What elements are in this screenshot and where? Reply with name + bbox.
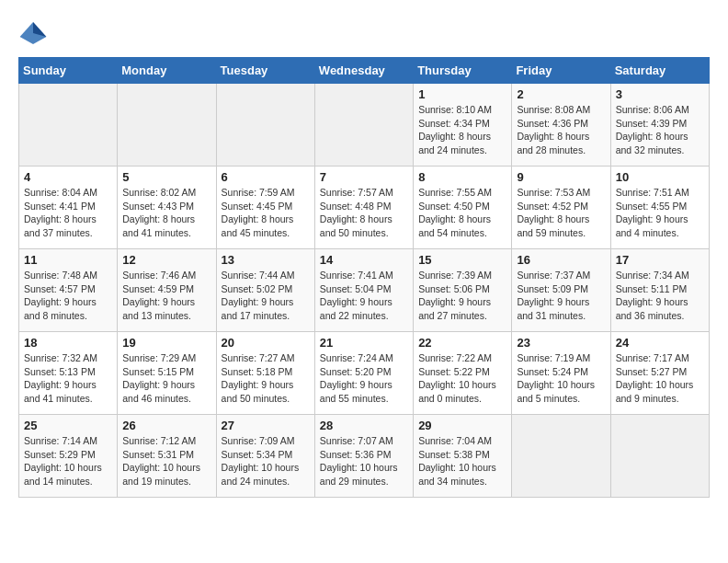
calendar-cell: 20Sunrise: 7:27 AMSunset: 5:18 PMDayligh… bbox=[216, 332, 314, 415]
calendar-header-row: SundayMondayTuesdayWednesdayThursdayFrid… bbox=[19, 58, 710, 84]
day-number: 17 bbox=[616, 253, 704, 267]
week-row-3: 11Sunrise: 7:48 AMSunset: 4:57 PMDayligh… bbox=[19, 249, 710, 332]
day-number: 2 bbox=[517, 87, 605, 101]
calendar-cell: 25Sunrise: 7:14 AMSunset: 5:29 PMDayligh… bbox=[19, 415, 118, 498]
day-info: Sunrise: 7:44 AMSunset: 5:02 PMDaylight:… bbox=[222, 269, 310, 323]
day-number: 8 bbox=[418, 170, 506, 184]
day-number: 23 bbox=[517, 336, 605, 350]
day-number: 14 bbox=[320, 253, 408, 267]
week-row-5: 25Sunrise: 7:14 AMSunset: 5:29 PMDayligh… bbox=[19, 415, 710, 498]
day-info: Sunrise: 7:59 AMSunset: 4:45 PMDaylight:… bbox=[222, 186, 310, 240]
day-number: 5 bbox=[122, 170, 210, 184]
calendar-cell bbox=[118, 84, 216, 167]
day-number: 7 bbox=[320, 170, 408, 184]
header-tuesday: Tuesday bbox=[216, 58, 314, 84]
day-number: 24 bbox=[616, 336, 704, 350]
day-number: 10 bbox=[616, 170, 704, 184]
day-number: 11 bbox=[24, 253, 112, 267]
day-info: Sunrise: 7:39 AMSunset: 5:06 PMDaylight:… bbox=[418, 269, 506, 323]
calendar-cell: 18Sunrise: 7:32 AMSunset: 5:13 PMDayligh… bbox=[19, 332, 118, 415]
day-info: Sunrise: 7:24 AMSunset: 5:20 PMDaylight:… bbox=[320, 351, 408, 406]
day-info: Sunrise: 7:46 AMSunset: 4:59 PMDaylight:… bbox=[122, 269, 210, 323]
day-info: Sunrise: 7:07 AMSunset: 5:36 PMDaylight:… bbox=[320, 434, 408, 488]
header-monday: Monday bbox=[118, 58, 216, 84]
logo-icon bbox=[18, 18, 48, 48]
day-number: 9 bbox=[517, 170, 605, 184]
calendar-cell: 10Sunrise: 7:51 AMSunset: 4:55 PMDayligh… bbox=[610, 167, 709, 249]
week-row-2: 4Sunrise: 8:04 AMSunset: 4:41 PMDaylight… bbox=[19, 167, 710, 249]
calendar-cell: 8Sunrise: 7:55 AMSunset: 4:50 PMDaylight… bbox=[414, 167, 512, 249]
day-info: Sunrise: 7:55 AMSunset: 4:50 PMDaylight:… bbox=[418, 186, 506, 240]
calendar-cell bbox=[314, 84, 413, 167]
day-number: 29 bbox=[418, 419, 506, 432]
header-friday: Friday bbox=[512, 58, 610, 84]
calendar-cell: 15Sunrise: 7:39 AMSunset: 5:06 PMDayligh… bbox=[414, 249, 512, 332]
day-info: Sunrise: 8:08 AMSunset: 4:36 PMDaylight:… bbox=[517, 103, 605, 157]
day-number: 26 bbox=[122, 419, 210, 432]
day-info: Sunrise: 7:51 AMSunset: 4:55 PMDaylight:… bbox=[616, 186, 704, 240]
calendar-cell bbox=[512, 415, 610, 498]
calendar-cell: 22Sunrise: 7:22 AMSunset: 5:22 PMDayligh… bbox=[414, 332, 512, 415]
calendar-cell: 1Sunrise: 8:10 AMSunset: 4:34 PMDaylight… bbox=[414, 84, 512, 167]
logo bbox=[18, 18, 51, 48]
day-number: 13 bbox=[222, 253, 310, 267]
calendar-cell: 5Sunrise: 8:02 AMSunset: 4:43 PMDaylight… bbox=[118, 167, 216, 249]
header-wednesday: Wednesday bbox=[314, 58, 413, 84]
day-number: 19 bbox=[122, 336, 210, 350]
day-info: Sunrise: 7:04 AMSunset: 5:38 PMDaylight:… bbox=[418, 434, 506, 488]
day-info: Sunrise: 7:48 AMSunset: 4:57 PMDaylight:… bbox=[24, 269, 112, 323]
day-info: Sunrise: 7:37 AMSunset: 5:09 PMDaylight:… bbox=[517, 269, 605, 323]
day-info: Sunrise: 7:12 AMSunset: 5:31 PMDaylight:… bbox=[122, 434, 210, 488]
day-number: 4 bbox=[24, 170, 112, 184]
day-number: 28 bbox=[320, 419, 408, 432]
week-row-4: 18Sunrise: 7:32 AMSunset: 5:13 PMDayligh… bbox=[19, 332, 710, 415]
day-info: Sunrise: 7:22 AMSunset: 5:22 PMDaylight:… bbox=[418, 351, 506, 406]
page-header bbox=[18, 18, 710, 48]
day-info: Sunrise: 8:04 AMSunset: 4:41 PMDaylight:… bbox=[24, 186, 112, 240]
day-number: 15 bbox=[418, 253, 506, 267]
day-info: Sunrise: 7:32 AMSunset: 5:13 PMDaylight:… bbox=[24, 351, 112, 406]
day-info: Sunrise: 7:09 AMSunset: 5:34 PMDaylight:… bbox=[222, 434, 310, 488]
day-number: 20 bbox=[222, 336, 310, 350]
day-number: 27 bbox=[222, 419, 310, 432]
day-number: 18 bbox=[24, 336, 112, 350]
calendar-cell: 27Sunrise: 7:09 AMSunset: 5:34 PMDayligh… bbox=[216, 415, 314, 498]
calendar-cell: 13Sunrise: 7:44 AMSunset: 5:02 PMDayligh… bbox=[216, 249, 314, 332]
header-sunday: Sunday bbox=[19, 58, 118, 84]
day-info: Sunrise: 8:06 AMSunset: 4:39 PMDaylight:… bbox=[616, 103, 704, 157]
calendar-cell: 26Sunrise: 7:12 AMSunset: 5:31 PMDayligh… bbox=[118, 415, 216, 498]
calendar-cell: 17Sunrise: 7:34 AMSunset: 5:11 PMDayligh… bbox=[610, 249, 709, 332]
day-number: 22 bbox=[418, 336, 506, 350]
calendar-cell: 2Sunrise: 8:08 AMSunset: 4:36 PMDaylight… bbox=[512, 84, 610, 167]
day-number: 12 bbox=[122, 253, 210, 267]
calendar-cell: 21Sunrise: 7:24 AMSunset: 5:20 PMDayligh… bbox=[314, 332, 413, 415]
calendar-cell: 14Sunrise: 7:41 AMSunset: 5:04 PMDayligh… bbox=[314, 249, 413, 332]
header-saturday: Saturday bbox=[610, 58, 709, 84]
calendar-cell: 23Sunrise: 7:19 AMSunset: 5:24 PMDayligh… bbox=[512, 332, 610, 415]
calendar-cell: 16Sunrise: 7:37 AMSunset: 5:09 PMDayligh… bbox=[512, 249, 610, 332]
calendar-cell: 29Sunrise: 7:04 AMSunset: 5:38 PMDayligh… bbox=[414, 415, 512, 498]
calendar-cell: 4Sunrise: 8:04 AMSunset: 4:41 PMDaylight… bbox=[19, 167, 118, 249]
calendar-cell: 28Sunrise: 7:07 AMSunset: 5:36 PMDayligh… bbox=[314, 415, 413, 498]
header-thursday: Thursday bbox=[414, 58, 512, 84]
calendar-cell: 3Sunrise: 8:06 AMSunset: 4:39 PMDaylight… bbox=[610, 84, 709, 167]
calendar-cell bbox=[216, 84, 314, 167]
week-row-1: 1Sunrise: 8:10 AMSunset: 4:34 PMDaylight… bbox=[19, 84, 710, 167]
day-number: 1 bbox=[418, 87, 506, 101]
day-info: Sunrise: 7:41 AMSunset: 5:04 PMDaylight:… bbox=[320, 269, 408, 323]
day-info: Sunrise: 8:02 AMSunset: 4:43 PMDaylight:… bbox=[122, 186, 210, 240]
calendar-cell: 7Sunrise: 7:57 AMSunset: 4:48 PMDaylight… bbox=[314, 167, 413, 249]
day-info: Sunrise: 8:10 AMSunset: 4:34 PMDaylight:… bbox=[418, 103, 506, 157]
day-info: Sunrise: 7:27 AMSunset: 5:18 PMDaylight:… bbox=[222, 351, 310, 406]
calendar-cell: 12Sunrise: 7:46 AMSunset: 4:59 PMDayligh… bbox=[118, 249, 216, 332]
day-info: Sunrise: 7:29 AMSunset: 5:15 PMDaylight:… bbox=[122, 351, 210, 406]
calendar-table: SundayMondayTuesdayWednesdayThursdayFrid… bbox=[18, 57, 710, 498]
calendar-cell: 24Sunrise: 7:17 AMSunset: 5:27 PMDayligh… bbox=[610, 332, 709, 415]
day-number: 3 bbox=[616, 87, 704, 101]
day-info: Sunrise: 7:19 AMSunset: 5:24 PMDaylight:… bbox=[517, 351, 605, 406]
day-number: 6 bbox=[222, 170, 310, 184]
calendar-cell bbox=[19, 84, 118, 167]
day-info: Sunrise: 7:14 AMSunset: 5:29 PMDaylight:… bbox=[24, 434, 112, 488]
calendar-cell: 11Sunrise: 7:48 AMSunset: 4:57 PMDayligh… bbox=[19, 249, 118, 332]
calendar-cell: 19Sunrise: 7:29 AMSunset: 5:15 PMDayligh… bbox=[118, 332, 216, 415]
